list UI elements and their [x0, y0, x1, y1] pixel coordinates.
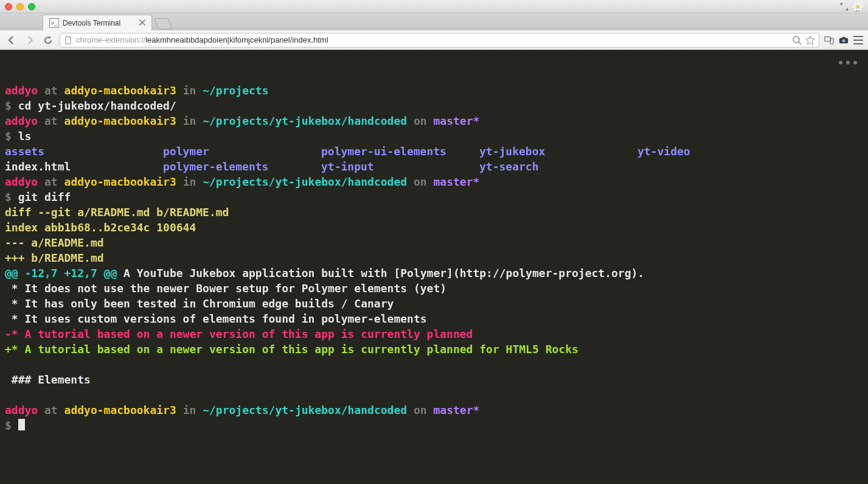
terminal-cursor	[18, 419, 25, 430]
svg-rect-14	[842, 37, 845, 38]
svg-rect-10	[825, 37, 831, 41]
diff-context: * It uses custom versions of elements fo…	[5, 312, 427, 325]
command-text: cd yt-jukebox/handcoded/	[18, 99, 176, 112]
tab-close-icon[interactable]	[138, 18, 147, 27]
svg-point-3	[852, 5, 856, 7]
svg-point-0	[856, 5, 859, 9]
reload-button[interactable]	[41, 33, 55, 47]
ls-output: assetspolymerpolymer-ui-elementsyt-jukeb…	[5, 144, 863, 159]
camera-extension-icon[interactable]	[839, 35, 849, 45]
daisy-extension-icon[interactable]	[852, 1, 863, 12]
diff-header: index abb1b68..b2ce34c 100644	[5, 221, 196, 234]
command-text: ls	[18, 130, 32, 142]
url-text: chrome-extension://leakmhneaibbdapdoien|…	[76, 35, 792, 44]
bookmark-star-icon[interactable]	[805, 35, 815, 45]
prompt-path: ~/projects	[203, 84, 268, 97]
page-icon	[64, 36, 72, 44]
window-zoom-button[interactable]	[28, 3, 35, 10]
search-predict-icon[interactable]	[792, 35, 802, 45]
svg-point-4	[859, 5, 863, 7]
svg-point-8	[859, 8, 863, 12]
address-bar[interactable]: chrome-extension://leakmhneaibbdapdoien|…	[60, 33, 819, 47]
browser-toolbar: chrome-extension://leakmhneaibbdapdoien|…	[0, 30, 868, 50]
tab-favicon-icon: >_	[49, 18, 59, 28]
diff-removed: -* A tutorial based on a newer version o…	[5, 328, 473, 340]
svg-point-5	[853, 2, 857, 6]
browser-tab[interactable]: >_ Devtools Terminal	[43, 15, 152, 30]
diff-header: --- a/README.md	[5, 236, 104, 249]
devices-icon[interactable]	[824, 35, 834, 45]
tab-title: Devtools Terminal	[63, 19, 120, 27]
chrome-menu-button[interactable]	[853, 36, 863, 44]
diff-added: +* A tutorial based on a newer version o…	[5, 343, 578, 356]
prompt-symbol: $	[5, 99, 12, 112]
fullscreen-icon[interactable]	[840, 2, 849, 11]
diff-header: diff --git a/README.md b/README.md	[5, 206, 229, 219]
back-button[interactable]	[5, 33, 18, 47]
browser-tabstrip: >_ Devtools Terminal	[0, 13, 868, 30]
window-close-button[interactable]	[5, 3, 12, 10]
svg-point-13	[842, 39, 845, 42]
terminal-viewport[interactable]: addyo at addyo-macbookair3 in ~/projects…	[0, 50, 868, 484]
diff-header: +++ b/README.md	[5, 251, 104, 264]
prompt-branch: master*	[434, 114, 480, 127]
window-titlebar	[0, 0, 868, 13]
svg-point-1	[856, 1, 858, 5]
svg-point-6	[859, 2, 863, 6]
svg-point-7	[853, 8, 857, 12]
diff-context: * It has only been tested in Chromium ed…	[5, 297, 394, 310]
forward-button[interactable]	[23, 33, 36, 47]
diff-context: * It does not use the newer Bower setup …	[5, 282, 446, 295]
prompt-user: addyo	[5, 84, 38, 97]
window-minimize-button[interactable]	[16, 3, 24, 10]
new-tab-button[interactable]	[154, 18, 173, 29]
ls-output: index.htmlpolymer-elementsyt-inputyt-sea…	[5, 159, 863, 174]
diff-hunk: @@ -12,7 +12,7 @@	[5, 267, 117, 279]
command-text: git diff	[18, 191, 71, 203]
diff-context: ### Elements	[5, 373, 91, 386]
svg-point-9	[793, 37, 799, 43]
terminal-more-button[interactable]	[839, 61, 857, 65]
prompt-host: addyo-macbookair3	[64, 84, 176, 97]
